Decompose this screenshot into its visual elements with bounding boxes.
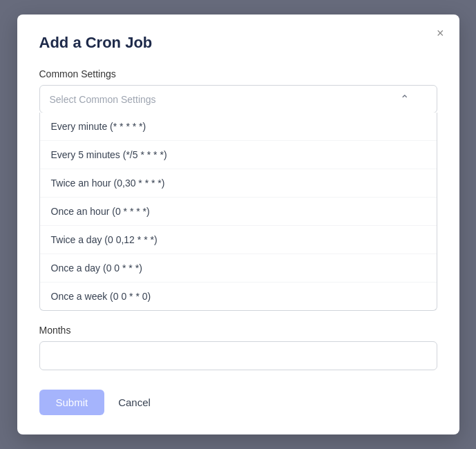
modal-overlay: × Add a Cron Job Common Settings Select … [0, 0, 476, 449]
dropdown-option-1[interactable]: Every 5 minutes (*/5 * * * *) [40, 141, 437, 169]
chevron-up-icon: ⌃ [400, 93, 409, 106]
button-row: Submit Cancel [39, 390, 437, 415]
common-settings-dropdown[interactable]: Select Common Settings ⌃ Every minute (*… [39, 85, 437, 311]
dropdown-option-0[interactable]: Every minute (* * * * *) [40, 113, 437, 141]
modal-dialog: × Add a Cron Job Common Settings Select … [17, 15, 459, 434]
dropdown-option-3[interactable]: Once an hour (0 * * * *) [40, 198, 437, 226]
dropdown-option-5[interactable]: Once a day (0 0 * * *) [40, 254, 437, 283]
dropdown-option-4[interactable]: Twice a day (0 0,12 * * *) [40, 226, 437, 254]
submit-button[interactable]: Submit [39, 390, 105, 415]
modal-title: Add a Cron Job [39, 34, 437, 52]
dropdown-menu: Every minute (* * * * *) Every 5 minutes… [39, 113, 437, 311]
dropdown-placeholder: Select Common Settings [50, 94, 156, 105]
common-settings-field: Common Settings Select Common Settings ⌃… [39, 68, 437, 311]
dropdown-option-2[interactable]: Twice an hour (0,30 * * * *) [40, 169, 437, 198]
months-input[interactable] [39, 341, 437, 370]
close-button[interactable]: × [434, 24, 447, 42]
dropdown-select[interactable]: Select Common Settings ⌃ [39, 85, 437, 113]
dropdown-option-6[interactable]: Once a week (0 0 * * 0) [40, 283, 437, 310]
months-section: Months [39, 325, 437, 370]
common-settings-label: Common Settings [39, 68, 437, 79]
months-label: Months [39, 325, 437, 336]
cancel-button[interactable]: Cancel [113, 390, 156, 415]
